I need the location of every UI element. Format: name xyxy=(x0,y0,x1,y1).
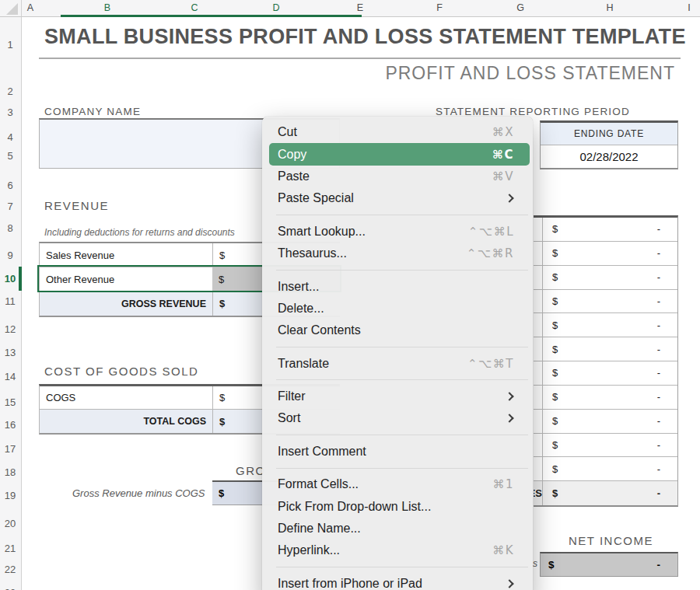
row-header-8[interactable]: 8 xyxy=(0,222,20,234)
row-header-12[interactable]: 12 xyxy=(0,323,20,335)
row-header-18[interactable]: 18 xyxy=(0,466,20,478)
row-header-1[interactable]: 1 xyxy=(0,39,20,51)
gross-revenue-label-cell[interactable]: GROSS REVENUE xyxy=(40,292,213,316)
row-header-22[interactable]: 22 xyxy=(0,564,20,575)
menu-item-sort[interactable]: Sort xyxy=(262,407,533,429)
column-header-e[interactable]: E xyxy=(357,2,363,13)
column-header-g[interactable]: G xyxy=(516,2,524,13)
reporting-period-label: STATEMENT REPORTING PERIOD xyxy=(436,106,630,117)
net-income-value-cell[interactable]: $ - xyxy=(540,552,678,577)
currency-symbol: $ xyxy=(552,247,558,259)
total-cogs-label-cell[interactable]: TOTAL COGS xyxy=(40,410,213,433)
row-header-9[interactable]: 9 xyxy=(0,250,20,261)
row-header-16[interactable]: 16 xyxy=(0,419,20,431)
row-header-15[interactable]: 15 xyxy=(0,396,20,408)
menu-item-label: Translate xyxy=(278,357,329,371)
row-header-23[interactable]: 23 xyxy=(0,587,20,590)
currency-symbol: $ xyxy=(552,319,558,331)
expense-value-cell[interactable]: $- xyxy=(542,266,677,289)
row-header-11[interactable]: 11 xyxy=(0,295,20,307)
menu-item-paste-special[interactable]: Paste Special xyxy=(262,187,533,209)
menu-item-clear-contents[interactable]: Clear Contents xyxy=(262,319,533,341)
row-header-20[interactable]: 20 xyxy=(0,518,20,529)
title-divider xyxy=(39,58,681,59)
menu-item-insert-comment[interactable]: Insert Comment xyxy=(262,441,533,463)
row-header-2[interactable]: 2 xyxy=(0,86,20,97)
submenu-chevron-icon xyxy=(505,194,513,203)
select-all-corner[interactable] xyxy=(0,0,22,17)
menu-item-format-cells[interactable]: Format Cells...⌘1 xyxy=(262,473,533,495)
expense-value-cell[interactable]: $- xyxy=(542,242,677,265)
expense-value-cell[interactable]: $- xyxy=(542,290,677,313)
column-header-a[interactable]: A xyxy=(27,2,33,13)
row-header-3[interactable]: 3 xyxy=(0,106,20,118)
menu-item-insert[interactable]: Insert... xyxy=(262,275,533,297)
expense-amount: - xyxy=(657,391,660,403)
menu-item-label: Clear Contents xyxy=(278,323,361,337)
menu-item-delete[interactable]: Delete... xyxy=(262,298,533,319)
select-all-triangle-icon xyxy=(6,3,18,15)
currency-symbol: $ xyxy=(552,487,558,499)
expense-value-cell[interactable]: $- xyxy=(542,337,677,361)
column-header-h[interactable]: H xyxy=(606,2,613,13)
menu-item-hyperlink[interactable]: Hyperlink...⌘K xyxy=(262,539,533,561)
menu-item-paste[interactable]: Paste⌘V xyxy=(262,166,533,187)
menu-item-thesaurus[interactable]: Thesaurus...⌃⌥⌘R xyxy=(262,243,533,264)
expense-amount: - xyxy=(657,344,660,355)
expense-value-cell[interactable]: $- xyxy=(542,386,677,409)
expense-value-cell[interactable]: $- xyxy=(542,313,677,337)
menu-item-define-name[interactable]: Define Name... xyxy=(262,518,533,539)
row-header-14[interactable]: 14 xyxy=(0,371,20,382)
currency-symbol: $ xyxy=(219,298,225,309)
net-income-amount: - xyxy=(657,559,661,571)
menu-item-copy[interactable]: Copy⌘C xyxy=(269,143,530,165)
menu-item-cut[interactable]: Cut⌘X xyxy=(262,121,533,143)
row-header-bar: 1234567891011121314151617181920212223 xyxy=(0,17,22,590)
menu-item-label: Thesaurus... xyxy=(278,246,347,260)
column-header-c[interactable]: C xyxy=(191,2,198,13)
expense-value-cell[interactable]: $- xyxy=(542,218,677,241)
row-header-13[interactable]: 13 xyxy=(0,347,20,358)
menu-item-shortcut: ⌃⌥⌘L xyxy=(468,225,514,239)
row-header-7[interactable]: 7 xyxy=(0,201,20,212)
expense-value-cell[interactable]: $- xyxy=(542,361,677,385)
total-expenses-value-cell[interactable]: $- xyxy=(542,481,677,505)
ending-date-value-cell[interactable]: 02/28/2022 xyxy=(541,145,677,168)
cogs-label-cell[interactable]: COGS xyxy=(40,386,213,409)
column-header-b[interactable]: B xyxy=(104,2,110,13)
expense-value-cell[interactable]: $- xyxy=(542,457,677,480)
column-header-i[interactable]: I xyxy=(688,2,690,13)
expense-value-cell[interactable]: $- xyxy=(542,410,677,433)
column-header-f[interactable]: F xyxy=(436,2,443,13)
column-header-d[interactable]: D xyxy=(272,2,279,13)
currency-symbol: $ xyxy=(219,487,224,499)
row-header-10[interactable]: 10 xyxy=(0,273,20,285)
row-header-5[interactable]: 5 xyxy=(0,150,20,162)
row-header-19[interactable]: 19 xyxy=(0,490,20,501)
submenu-chevron-icon xyxy=(505,579,513,588)
menu-item-filter[interactable]: Filter xyxy=(262,386,533,407)
page-title: SMALL BUSINESS PROFIT AND LOSS STATEMENT… xyxy=(44,25,686,49)
menu-item-shortcut: ⌘X xyxy=(492,125,514,139)
menu-item-insert-from-iphone-or-ipad[interactable]: Insert from iPhone or iPad xyxy=(262,573,533,590)
submenu-chevron-icon xyxy=(505,392,513,400)
menu-item-translate[interactable]: Translate⌃⌥⌘T xyxy=(262,353,533,375)
row-header-6[interactable]: 6 xyxy=(0,180,20,191)
menu-item-label: Sort xyxy=(278,411,300,425)
net-income-heading: NET INCOME xyxy=(569,534,653,547)
expense-value-cell[interactable]: $- xyxy=(542,434,677,457)
hidden-label-sliver xyxy=(534,361,542,385)
spreadsheet-window: ABCDEFGHI 123456789101112131415161718192… xyxy=(0,0,700,590)
row-header-4[interactable]: 4 xyxy=(0,131,20,143)
row-header-21[interactable]: 21 xyxy=(0,543,20,554)
menu-separator xyxy=(276,270,528,271)
menu-item-smart-lookup[interactable]: Smart Lookup...⌃⌥⌘L xyxy=(262,221,533,243)
hidden-label-sliver xyxy=(534,313,542,337)
sales-revenue-label-cell[interactable]: Sales Revenue xyxy=(40,243,213,267)
row-header-17[interactable]: 17 xyxy=(0,443,20,455)
hidden-label-sliver xyxy=(534,434,542,457)
menu-item-pick-from-drop-down-list[interactable]: Pick From Drop-down List... xyxy=(262,495,533,517)
menu-item-label: Insert... xyxy=(278,280,319,294)
revenue-heading: REVENUE xyxy=(44,199,109,212)
currency-symbol: $ xyxy=(552,271,558,283)
